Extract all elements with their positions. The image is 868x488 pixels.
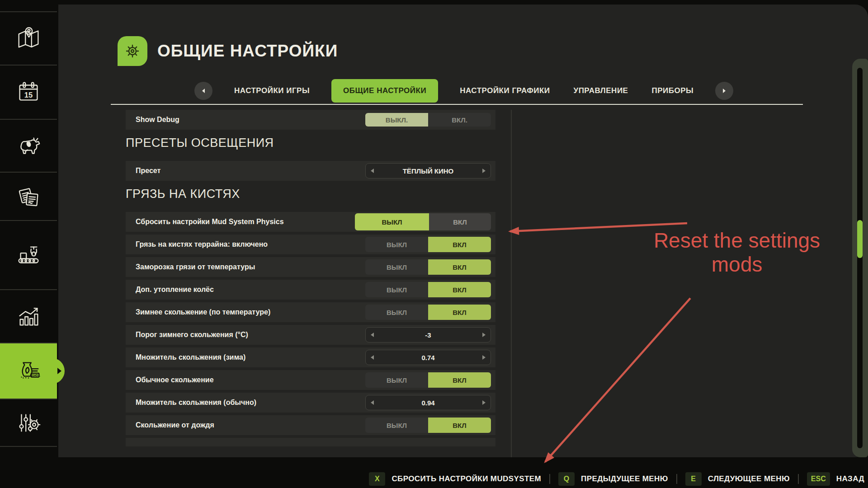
setting-row-mud-freeze: Заморозка грязи от температуры ВЫКЛ ВКЛ <box>126 257 495 277</box>
toggle-off-button[interactable]: ВЫКЛ <box>365 282 428 297</box>
tab-hud[interactable]: ПРИБОРЫ <box>650 86 695 95</box>
toggle-on-button[interactable]: ВКЛ <box>428 418 491 433</box>
selector-next-icon[interactable] <box>482 333 486 337</box>
selector-prev-icon[interactable] <box>371 355 374 360</box>
calendar-icon: 15 <box>14 78 42 106</box>
selector-prev-icon[interactable] <box>371 400 374 405</box>
annotation-line1: Reset the settings <box>654 229 820 252</box>
sidebar-item-map[interactable] <box>0 11 57 65</box>
sidebar-item-calendar[interactable]: 15 <box>0 65 57 119</box>
selector-value: -3 <box>374 331 482 339</box>
setting-row-slip-multiplier-normal: Множитель скольжения (обычно) 0.94 <box>126 393 495 413</box>
scrollbar[interactable] <box>852 59 868 457</box>
toggle-off-button[interactable]: ВЫКЛ. <box>365 113 428 127</box>
page-header: ОБЩИЕ НАСТРОЙКИ <box>118 36 338 66</box>
toggle-off-button[interactable]: ВЫКЛ <box>365 418 428 433</box>
sidebar-item-statistics[interactable] <box>0 289 57 343</box>
hotkey-previous-menu[interactable]: Q ПРЕДЫДУЩЕЕ МЕНЮ <box>558 472 668 486</box>
toggle-off-button[interactable]: ВЫКЛ <box>365 305 428 320</box>
setting-label: Пресет <box>136 167 160 175</box>
selector-prev-icon[interactable] <box>371 333 374 337</box>
key-badge-esc: ESC <box>807 472 830 486</box>
tab-bar: НАСТРОЙКИ ИГРЫ ОБЩИЕ НАСТРОЙКИ НАСТРОЙКИ… <box>194 78 733 104</box>
general-settings-leaf-badge <box>118 36 147 66</box>
hotkey-separator <box>798 474 799 484</box>
sidebar-item-game-settings[interactable] <box>0 399 57 446</box>
tabs-next-button[interactable] <box>715 82 733 100</box>
slip-multiplier-normal-selector[interactable]: 0.94 <box>365 395 491 410</box>
tab-controls[interactable]: УПРАВЛЕНИЕ <box>572 86 630 95</box>
chevron-right-icon <box>722 88 726 94</box>
toggle-on-button[interactable]: ВКЛ <box>428 305 491 320</box>
toggle-on-button[interactable]: ВКЛ <box>428 282 491 297</box>
winter-slip-threshold-selector[interactable]: -3 <box>365 327 491 343</box>
key-badge-q: Q <box>558 472 575 486</box>
annotation-line2: mods <box>712 253 762 276</box>
toggle-rain-slip: ВЫКЛ ВКЛ <box>365 418 491 433</box>
sidebar-item-soil-fertilizer-active[interactable]: 12345 L <box>0 343 57 399</box>
toggle-off-button[interactable]: ВЫКЛ <box>365 259 428 275</box>
hotkey-separator <box>676 474 677 484</box>
toggle-on-button[interactable]: ВКЛ. <box>428 113 491 127</box>
svg-text:15: 15 <box>24 91 33 99</box>
toggle-reset-mud-system: ВЫКЛ ВКЛ <box>355 213 491 230</box>
preset-selector[interactable]: ТЁПЛЫЙ КИНО <box>365 163 491 178</box>
sidebar-item-animals[interactable] <box>0 119 57 172</box>
hotkey-next-menu[interactable]: E СЛЕДУЮЩЕЕ МЕНЮ <box>685 472 790 486</box>
toggle-terrain-mud: ВЫКЛ ВКЛ <box>365 237 491 252</box>
toggle-off-button[interactable]: ВЫКЛ <box>365 372 428 388</box>
setting-row-winter-slip-threshold: Порог зимнего скольжения (°C) -3 <box>126 325 495 345</box>
hotkey-bar: X СБРОСИТЬ НАСТРОЙКИ MUDSYSTEM Q ПРЕДЫДУ… <box>0 470 868 488</box>
sidebar: 15 <box>0 0 58 488</box>
list-item-partial <box>126 438 495 446</box>
svg-text:12345 L: 12345 L <box>30 374 40 377</box>
tab-graphics-settings[interactable]: НАСТРОЙКИ ГРАФИКИ <box>458 86 552 95</box>
sidebar-item-contracts[interactable] <box>0 172 57 220</box>
selector-value: 0.94 <box>374 399 482 407</box>
gear-icon <box>123 42 142 60</box>
toggle-show-debug: ВЫКЛ. ВКЛ. <box>365 113 491 127</box>
annotation-text: Reset the settings mods <box>633 229 841 277</box>
toggle-extra-wheel-sink: ВЫКЛ ВКЛ <box>365 282 491 297</box>
slip-multiplier-winter-selector[interactable]: 0.74 <box>365 350 491 365</box>
tab-game-settings[interactable]: НАСТРОЙКИ ИГРЫ <box>232 86 311 95</box>
toggle-on-button[interactable]: ВКЛ <box>429 213 491 230</box>
selector-prev-icon[interactable] <box>371 169 374 173</box>
scrollbar-track[interactable] <box>857 68 863 448</box>
selector-next-icon[interactable] <box>482 169 486 173</box>
settings-screen: ОБЩИЕ НАСТРОЙКИ НАСТРОЙКИ ИГРЫ ОБЩИЕ НАС… <box>0 0 868 488</box>
selector-next-icon[interactable] <box>482 355 486 360</box>
setting-row-slip-multiplier-winter: Множитель скольжения (зима) 0.74 <box>126 347 495 367</box>
toggle-mud-freeze: ВЫКЛ ВКЛ <box>365 259 491 275</box>
section-heading-mud-on-brushes: ГРЯЗЬ НА КИСТЯХ <box>126 187 495 201</box>
hotkey-back[interactable]: ESC НАЗАД <box>807 472 864 486</box>
key-badge-e: E <box>685 472 702 486</box>
setting-label: Множитель скольжения (обычно) <box>136 399 256 407</box>
sidebar-item-production[interactable] <box>0 220 57 289</box>
setting-row-terrain-mud: Грязь на кистях террайна: включено ВЫКЛ … <box>126 235 495 254</box>
toggle-on-button[interactable]: ВКЛ <box>428 237 491 252</box>
fertilizer-bag-icon: 12345 L <box>14 357 42 385</box>
selector-next-icon[interactable] <box>482 400 486 405</box>
setting-row-winter-slip: Зимнее скольжение (по температуре) ВЫКЛ … <box>126 302 495 322</box>
toggle-off-button[interactable]: ВЫКЛ <box>355 213 429 230</box>
setting-label: Заморозка грязи от температуры <box>136 263 255 271</box>
map-icon <box>14 24 42 52</box>
setting-label: Обычное скольжение <box>136 376 214 384</box>
setting-label: Грязь на кистях террайна: включено <box>136 240 268 249</box>
tabs-prev-button[interactable] <box>194 82 212 100</box>
tab-underline <box>111 104 803 105</box>
toggle-off-button[interactable]: ВЫКЛ <box>365 237 428 252</box>
selector-value: 0.74 <box>374 354 482 361</box>
chevron-left-icon <box>201 88 206 94</box>
content-divider <box>511 110 512 457</box>
scrollbar-thumb[interactable] <box>857 220 863 258</box>
key-badge-x: X <box>369 472 385 486</box>
tab-general-settings[interactable]: ОБЩИЕ НАСТРОЙКИ <box>331 79 438 103</box>
section-heading-lighting-presets: ПРЕСЕТЫ ОСВЕЩЕНИЯ <box>126 136 495 150</box>
toggle-on-button[interactable]: ВКЛ <box>428 372 491 388</box>
hotkey-reset-mudsystem[interactable]: X СБРОСИТЬ НАСТРОЙКИ MUDSYSTEM <box>369 472 541 486</box>
hotkey-label: НАЗАД <box>836 474 864 483</box>
statistics-icon <box>14 302 42 330</box>
toggle-on-button[interactable]: ВКЛ <box>428 259 491 275</box>
